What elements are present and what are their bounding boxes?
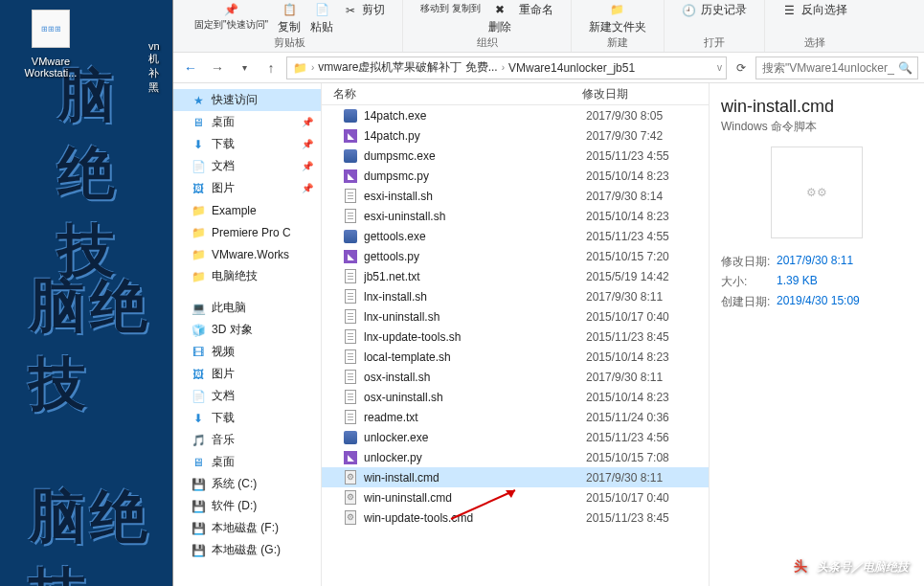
file-type-icon xyxy=(343,269,358,284)
sidebar-item-downloads[interactable]: ⬇下载📌 xyxy=(173,133,321,155)
refresh-button[interactable]: ⟳ xyxy=(731,57,752,79)
sidebar-item-documents[interactable]: 📄文档📌 xyxy=(173,155,321,177)
file-name: win-install.cmd xyxy=(364,471,586,485)
star-icon: ★ xyxy=(191,94,206,107)
address-bar: ← → ▾ ↑ 📁 › vmware虚拟机苹果破解补丁 免费... › VMwa… xyxy=(173,53,924,83)
desktop-icon: 🖥 xyxy=(191,456,206,469)
file-name: osx-uninstall.sh xyxy=(364,391,586,404)
ribbon-group-label: 剪贴板 xyxy=(274,35,305,50)
history-button[interactable]: 🕘历史记录 xyxy=(682,2,747,18)
sidebar-item-folder[interactable]: 📁Example xyxy=(173,199,321,221)
file-row[interactable]: gettools.exe2015/11/23 4:55 xyxy=(322,226,709,246)
file-type-icon xyxy=(343,209,358,224)
file-type-icon xyxy=(343,249,358,264)
header-date[interactable]: 修改日期 xyxy=(571,86,709,102)
preview-label: 修改日期: xyxy=(721,254,777,270)
file-type-icon xyxy=(343,349,358,365)
search-input[interactable] xyxy=(762,61,894,75)
recent-dropdown[interactable]: ▾ xyxy=(233,56,256,79)
file-row[interactable]: esxi-install.sh2017/9/30 8:14 xyxy=(322,186,709,206)
gear-icon: ⚙⚙ xyxy=(806,186,827,199)
desktop-icon-vmware[interactable]: VMware Workstati... xyxy=(17,6,84,79)
new-folder-button[interactable]: 📁新建文件夹 xyxy=(589,2,646,35)
chevron-down-icon[interactable]: v xyxy=(717,62,722,73)
file-date: 2015/10/14 8:23 xyxy=(586,391,669,404)
desktop: 脑绝技 脑绝技 脑绝技 VMware Workstati... vn 机 补 黑 xyxy=(0,0,172,586)
file-type-icon xyxy=(343,490,358,506)
sidebar-item-desktop[interactable]: 🖥桌面 xyxy=(173,451,321,473)
sidebar-item-folder[interactable]: 📁VMware.Works xyxy=(173,243,321,265)
file-name: unlocker.py xyxy=(364,451,586,464)
pin-icon: 📌 xyxy=(302,161,313,171)
paste-button[interactable]: 📄粘贴 xyxy=(310,2,333,35)
sidebar-item-desktop[interactable]: 🖥桌面📌 xyxy=(173,111,321,133)
sidebar-item-3dobjects[interactable]: 🧊3D 对象 xyxy=(173,319,321,341)
sidebar-item-drive-f[interactable]: 💾本地磁盘 (F:) xyxy=(173,517,321,539)
file-name: lnx-uninstall.sh xyxy=(364,310,586,324)
delete-button[interactable]: ✖删除 xyxy=(488,2,511,35)
rename-button[interactable]: 重命名 xyxy=(519,2,553,35)
address-path[interactable]: 📁 › vmware虚拟机苹果破解补丁 免费... › VMware14unlo… xyxy=(286,56,727,79)
search-box[interactable]: 🔍 xyxy=(755,56,918,79)
invert-select-button[interactable]: ☰反向选择 xyxy=(782,2,847,18)
file-row[interactable]: unlocker.py2015/10/15 7:08 xyxy=(322,447,709,467)
file-type-icon xyxy=(343,470,358,485)
move-copy-button[interactable]: 移动到 复制到 xyxy=(420,2,481,35)
copy-icon: 📋 xyxy=(282,2,297,17)
file-name: dumpsmc.py xyxy=(364,169,586,183)
file-name: jb51.net.txt xyxy=(364,270,586,283)
file-row[interactable]: 14patch.py2017/9/30 7:42 xyxy=(322,125,709,146)
breadcrumb[interactable]: VMware14unlocker_jb51 xyxy=(507,61,637,75)
file-row[interactable]: local-template.sh2015/10/14 8:23 xyxy=(322,347,709,367)
sidebar-item-pictures[interactable]: 🖼图片📌 xyxy=(173,177,321,199)
file-row[interactable]: dumpsmc.exe2015/11/23 4:55 xyxy=(322,146,709,166)
file-row[interactable]: win-uninstall.cmd2015/10/17 0:40 xyxy=(322,487,709,507)
file-type-icon xyxy=(343,410,358,425)
file-date: 2015/11/23 8:45 xyxy=(586,511,669,525)
sidebar-item-documents[interactable]: 📄文档 xyxy=(173,385,321,407)
sidebar-item-drive-g[interactable]: 💾本地磁盘 (G:) xyxy=(173,539,321,561)
file-type-icon xyxy=(343,430,358,445)
sidebar-item-pictures[interactable]: 🖼图片 xyxy=(173,363,321,385)
back-button[interactable]: ← xyxy=(179,56,202,79)
forward-button[interactable]: → xyxy=(206,56,229,79)
file-row[interactable]: lnx-update-tools.sh2015/11/23 8:45 xyxy=(322,327,709,347)
file-row[interactable]: dumpsmc.py2015/10/14 8:23 xyxy=(322,166,709,186)
sidebar-item-drive-d[interactable]: 💾软件 (D:) xyxy=(173,495,321,517)
breadcrumb[interactable]: vmware虚拟机苹果破解补丁 免费... xyxy=(316,59,499,76)
sidebar-item-videos[interactable]: 🎞视频 xyxy=(173,341,321,363)
file-row[interactable]: lnx-install.sh2017/9/30 8:11 xyxy=(322,286,709,306)
sidebar-item-drive-c[interactable]: 💾系统 (C:) xyxy=(173,473,321,495)
file-date: 2015/5/19 14:42 xyxy=(586,270,669,283)
file-row[interactable]: osx-uninstall.sh2015/10/14 8:23 xyxy=(322,387,709,407)
cut-button[interactable]: ✂剪切 xyxy=(343,2,385,18)
header-name[interactable]: 名称 xyxy=(322,86,571,102)
file-name: gettools.py xyxy=(364,250,586,263)
sidebar-item-folder[interactable]: 📁Premiere Pro C xyxy=(173,221,321,243)
pin-quick-access-button[interactable]: 📌 固定到"快速访问" xyxy=(194,2,268,30)
sidebar-item-folder[interactable]: 📁电脑绝技 xyxy=(173,265,321,287)
file-row[interactable]: 14patch.exe2017/9/30 8:05 xyxy=(322,105,709,125)
copy-button[interactable]: 📋复制 xyxy=(278,2,301,35)
file-row[interactable]: win-update-tools.cmd2015/11/23 8:45 xyxy=(322,507,709,528)
file-row[interactable]: gettools.py2015/10/15 7:20 xyxy=(322,246,709,266)
file-row[interactable]: lnx-uninstall.sh2015/10/17 0:40 xyxy=(322,306,709,327)
sidebar-item-music[interactable]: 🎵音乐 xyxy=(173,429,321,451)
file-row[interactable]: osx-install.sh2017/9/30 8:11 xyxy=(322,367,709,387)
file-row[interactable]: esxi-uninstall.sh2015/10/14 8:23 xyxy=(322,206,709,226)
file-row[interactable]: jb51.net.txt2015/5/19 14:42 xyxy=(322,266,709,286)
sidebar-this-pc[interactable]: 💻此电脑 xyxy=(173,297,321,319)
file-name: win-update-tools.cmd xyxy=(364,511,586,525)
file-row[interactable]: unlocker.exe2015/11/23 4:56 xyxy=(322,427,709,447)
up-button[interactable]: ↑ xyxy=(259,56,282,79)
preview-thumbnail: ⚙⚙ xyxy=(771,146,863,238)
wallpaper-text: 脑绝技 xyxy=(29,268,172,423)
quick-access[interactable]: ★快速访问 xyxy=(173,89,321,111)
file-date: 2017/9/30 8:05 xyxy=(586,109,663,123)
file-date: 2015/10/17 0:40 xyxy=(586,491,669,505)
file-row[interactable]: readme.txt2015/11/24 0:36 xyxy=(322,407,709,427)
file-name: gettools.exe xyxy=(364,230,586,243)
file-row[interactable]: win-install.cmd2017/9/30 8:11 xyxy=(322,467,709,487)
sidebar-item-downloads[interactable]: ⬇下载 xyxy=(173,407,321,429)
folder-icon: 📁 xyxy=(191,270,206,283)
